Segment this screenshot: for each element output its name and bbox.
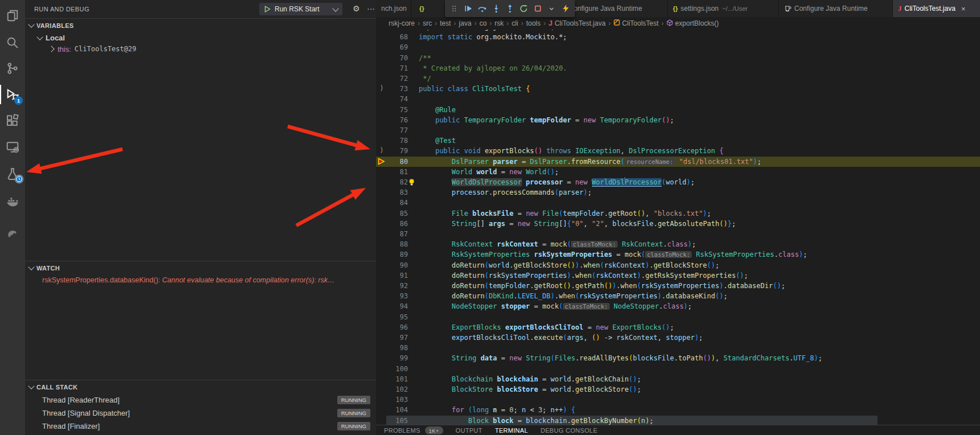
testing-activity-item[interactable] — [0, 163, 25, 186]
panel-tab-debug-console[interactable]: DEBUG CONSOLE — [541, 427, 598, 434]
line-number[interactable]: 75 — [387, 105, 408, 115]
continue-icon[interactable] — [463, 3, 474, 14]
line-number[interactable]: 103 — [387, 395, 408, 405]
breadcrumb-item-rsk[interactable]: rsk — [495, 19, 504, 27]
variables-header[interactable]: VARIABLES — [25, 18, 376, 32]
line-number[interactable]: 101 — [387, 374, 408, 384]
breadcrumb-item-src[interactable]: src — [423, 19, 432, 27]
line-number[interactable]: 74 — [387, 94, 408, 104]
step-out-icon[interactable] — [504, 3, 516, 14]
line-number[interactable]: 78 — [387, 136, 408, 146]
run-config-dropdown[interactable]: Run RSK Start — [259, 3, 342, 15]
gear-icon[interactable]: ⚙ — [353, 4, 360, 13]
line-number[interactable]: 91 — [387, 270, 408, 281]
line-number[interactable]: 90 — [387, 260, 408, 270]
search-activity-item[interactable] — [0, 31, 25, 54]
line-number[interactable]: 105 — [387, 416, 408, 425]
variable-item-this[interactable]: this:CliToolsTest@29 — [25, 43, 376, 55]
line-number[interactable]: 98 — [387, 343, 408, 353]
call-stack-thread-thread-finalizer[interactable]: Thread [Finalizer]RUNNING — [25, 420, 376, 433]
line-number[interactable]: 104 — [387, 405, 408, 415]
line-number[interactable]: 100 — [387, 364, 408, 374]
line-number[interactable]: 84 — [387, 198, 408, 208]
line-number[interactable]: 99 — [387, 353, 408, 363]
line-number[interactable]: 81 — [387, 167, 408, 177]
line-number[interactable]: 86 — [387, 219, 408, 229]
panel-tab-problems[interactable]: PROBLEMS1K+ — [384, 426, 443, 434]
line-number[interactable]: 72 — [387, 73, 408, 84]
line-number[interactable]: 94 — [387, 301, 408, 311]
breadcrumb-item-co[interactable]: co — [479, 19, 487, 27]
breadcrumb-item-clitoolstest-java[interactable]: JCliToolsTest.java — [549, 19, 606, 27]
tab-nch-json[interactable]: nch.json — [376, 0, 411, 17]
fold-arc[interactable]: ) — [377, 146, 386, 154]
line-number[interactable]: 85 — [387, 208, 408, 219]
chevron-down-icon[interactable] — [546, 3, 557, 14]
runtime-file-icon — [784, 5, 791, 13]
line-number[interactable]: 82 — [387, 177, 408, 187]
breadcrumb-item-rskj-core[interactable]: rskj-core — [389, 19, 415, 27]
call-stack-thread-thread-readerthread[interactable]: Thread [ReaderThread]RUNNING — [25, 393, 376, 407]
call-stack-thread-thread-reference-handler[interactable]: Thread [Reference Handler]RUNNING — [25, 433, 376, 435]
line-number[interactable]: 68 — [387, 32, 408, 42]
code-text: public void exportBlocks() throws IOExce… — [419, 146, 724, 156]
step-into-icon[interactable] — [491, 3, 502, 14]
line-number[interactable]: 96 — [387, 322, 408, 333]
close-icon[interactable]: × — [961, 5, 966, 13]
docker-activity-item[interactable] — [0, 190, 25, 212]
docker-icon — [6, 194, 19, 208]
line-number[interactable]: 69 — [387, 42, 408, 52]
code-editor[interactable]: 67import static org.junit.Assert.*;68imp… — [376, 30, 980, 425]
lightbulb-icon[interactable] — [407, 178, 416, 188]
line-number[interactable]: 77 — [387, 125, 408, 136]
gradle-activity-item[interactable] — [0, 221, 25, 244]
breadcrumb-item-cli[interactable]: cli — [512, 19, 518, 27]
restart-icon[interactable] — [518, 3, 529, 14]
breadcrumb-item-clitoolstest[interactable]: CliToolsTest — [614, 19, 659, 27]
line-number[interactable]: 76 — [387, 115, 408, 125]
line-number[interactable]: 97 — [387, 333, 408, 343]
line-number[interactable]: 71 — [387, 63, 408, 73]
watch-header[interactable]: WATCH — [25, 261, 376, 274]
variables-scope-local[interactable]: Local — [25, 32, 376, 43]
remote-explorer-activity-item[interactable] — [0, 136, 25, 158]
watch-expression[interactable]: rskSystemProperties.databaseKind(): Cann… — [25, 274, 376, 286]
line-number[interactable]: 70 — [387, 53, 408, 63]
extensions-activity-item[interactable] — [0, 109, 25, 132]
breadcrumb-item-tools[interactable]: tools — [526, 19, 540, 27]
tab-settings-json[interactable]: {}settings.json~/.../User — [668, 0, 779, 17]
step-over-icon[interactable] — [476, 3, 488, 14]
fold-arc[interactable]: ) — [377, 84, 386, 92]
line-number[interactable]: 80 — [387, 157, 408, 167]
hot-code-replace-icon[interactable] — [560, 3, 571, 14]
more-actions-icon[interactable]: ··· — [367, 4, 375, 13]
run-and-debug-activity-item[interactable]: 1 — [0, 83, 25, 106]
panel-tab-terminal[interactable]: TERMINAL — [495, 427, 528, 434]
line-number[interactable]: 93 — [387, 291, 408, 301]
java-file-icon: J — [898, 4, 902, 13]
line-number[interactable]: 73 — [387, 84, 408, 94]
stop-icon[interactable] — [532, 3, 544, 14]
explorer-activity-item[interactable] — [0, 5, 25, 27]
code-text: ExportBlocks exportBlocksCliTool = new E… — [419, 322, 674, 333]
line-number[interactable]: 87 — [387, 229, 408, 239]
line-number[interactable]: 89 — [387, 249, 408, 260]
panel-tab-output[interactable]: OUTPUT — [456, 427, 483, 434]
line-number[interactable]: 83 — [387, 187, 408, 198]
line-number[interactable]: 79 — [387, 146, 408, 156]
line-number[interactable]: 92 — [387, 281, 408, 291]
breadcrumb-item-exportblocks[interactable]: exportBlocks() — [667, 19, 719, 28]
current-breakpoint-icon[interactable] — [377, 157, 386, 167]
breadcrumb-item-java[interactable]: java — [459, 19, 471, 27]
code-line-73: 73public class CliToolsTest { — [376, 84, 980, 94]
call-stack-header[interactable]: CALL STACK — [25, 380, 376, 393]
vscode-window: 1 RUN AND DEBUG Run RSK Start ⚙ ··· VARI… — [0, 0, 980, 435]
line-number[interactable]: 102 — [387, 384, 408, 395]
tab-clitoolstest-java[interactable]: JCliToolsTest.java× — [893, 0, 980, 17]
call-stack-thread-thread-signal-dispatcher[interactable]: Thread [Signal Dispatcher]RUNNING — [25, 407, 376, 420]
tab-configure-java-runtime[interactable]: Configure Java Runtime — [779, 0, 893, 17]
line-number[interactable]: 95 — [387, 312, 408, 322]
source-control-activity-item[interactable] — [0, 57, 25, 80]
line-number[interactable]: 88 — [387, 239, 408, 249]
breadcrumb-item-test[interactable]: test — [440, 19, 451, 27]
